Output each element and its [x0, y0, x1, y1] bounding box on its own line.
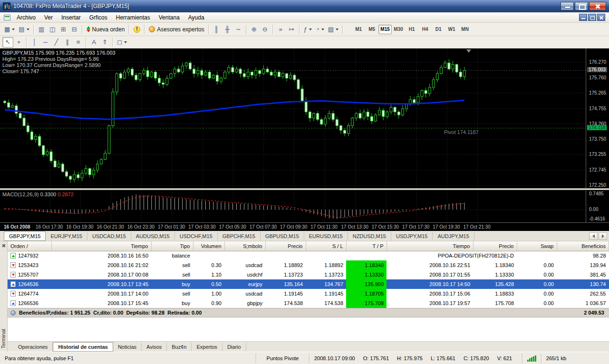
chart-tab-usdchf-m15[interactable]: USDCHF,M15	[175, 232, 218, 240]
column-header-precio[interactable]: Precio	[473, 241, 517, 251]
candle-chart-button[interactable]: ╫	[222, 24, 233, 35]
minimize-button[interactable]	[561, 2, 574, 10]
chart-tab-usdcad-m15[interactable]: USDCAD,M15	[87, 232, 131, 240]
price-scale[interactable]: 176.270175.760175.265174.755174.260173.7…	[586, 48, 609, 188]
history-row[interactable]: 12645362008.10.17 13:45buy0.50eurjpy135.…	[8, 279, 609, 289]
templates-button[interactable]: ▧	[326, 24, 340, 35]
horizontal-line-button[interactable]: ─	[40, 37, 51, 48]
tabs-scroll-left-button[interactable]	[589, 232, 598, 240]
macd-scale[interactable]: 0.74850.00-0.4616	[586, 191, 609, 222]
new-order-button[interactable]: Nueva orden	[85, 24, 127, 35]
indicators-button[interactable]: ƒ	[302, 24, 314, 35]
arrows-button[interactable]: ⇑	[99, 37, 110, 48]
terminal-tab-buz-n[interactable]: Buz¢n	[167, 343, 192, 351]
bar-chart-button[interactable]: ║	[211, 24, 222, 35]
menu-insertar[interactable]: Insertar	[57, 13, 85, 22]
chart-tab-eurusd-m15[interactable]: EURUSD,M15	[304, 232, 348, 240]
volume-cell: 0.50	[193, 279, 224, 289]
line-chart-button[interactable]: ∼	[233, 24, 244, 35]
column-header-swap[interactable]: Swap	[517, 241, 557, 251]
history-row[interactable]: 12647742008.10.17 14:00sell1.00usdcad1.1…	[8, 289, 609, 298]
timeframe-m30-button[interactable]: M30	[392, 25, 405, 34]
shapes-button[interactable]: ◻	[115, 37, 129, 48]
market-watch-button[interactable]: ▥	[36, 24, 47, 35]
history-row[interactable]: 12665362008.10.17 15:45buy0.90gbpjpy174.…	[8, 298, 609, 308]
chart-tab-eurjpy-m15[interactable]: EURJPY,M15	[46, 232, 87, 240]
chart-tab-usdjpy-m15[interactable]: USDJPY,M15	[391, 232, 433, 240]
menu-ventana[interactable]: Ventana	[155, 13, 184, 22]
navigator-button[interactable]: ⊞	[58, 24, 69, 35]
terminal-tab-historial-de-cuentas[interactable]: Historial de cuentas	[53, 342, 113, 352]
timeframe-m15-button[interactable]: M15	[378, 25, 392, 34]
timeframe-d1-button[interactable]: D1	[432, 25, 445, 34]
equidistant-channel-button[interactable]: ∥	[62, 37, 73, 48]
maximize-button[interactable]	[575, 2, 588, 10]
cursor-button[interactable]: ↖	[2, 37, 13, 48]
timeframe-mn-button[interactable]: MN	[458, 25, 472, 34]
tabs-scroll-right-button[interactable]	[599, 232, 607, 240]
terminal-body: Orden /TiempoTipoVolumenS;mboloPrecioS /…	[8, 241, 609, 352]
chart-tab-gbpchf-m15[interactable]: GBPCHF,M15	[218, 232, 261, 240]
terminal-tab-operaciones[interactable]: Operaciones	[13, 343, 53, 351]
chart-tab-gbpjpy-m15[interactable]: GBPJPY,M15	[4, 231, 46, 241]
timeframe-h1-button[interactable]: H1	[405, 25, 418, 34]
terminal-tab-diario[interactable]: Diario	[222, 343, 246, 351]
column-header-t-p[interactable]: T / P	[346, 241, 387, 251]
chart-tab-audjpy-m15[interactable]: AUDJPY,M15	[433, 232, 474, 240]
vertical-line-button[interactable]: │	[29, 37, 40, 48]
periods-button[interactable]: ◔	[314, 24, 326, 35]
menu-archivo[interactable]: Archivo	[12, 13, 40, 22]
close-button[interactable]	[589, 2, 606, 10]
terminal-tab-avisos[interactable]: Avisos	[142, 343, 167, 351]
timeframe-h4-button[interactable]: H4	[418, 25, 432, 34]
history-row[interactable]: 12534232008.10.16 21:02sell0.30usdcad1.1…	[8, 260, 609, 270]
column-header-tipo[interactable]: Tipo	[151, 241, 193, 251]
terminal-tab-noticias[interactable]: Noticias	[113, 343, 142, 351]
menu-ayuda[interactable]: Ayuda	[184, 13, 209, 22]
new-chart-button[interactable]: ▦	[2, 24, 17, 35]
profiles-button[interactable]: ▤	[17, 24, 31, 35]
terminal-tab-expertos[interactable]: Expertos	[192, 343, 222, 351]
time-axis[interactable]: 16 Oct 200816 Oct 17:3016 Oct 19:3016 Oc…	[0, 222, 609, 231]
column-header-s-mbolo[interactable]: S;mbolo	[224, 241, 265, 251]
column-header-s-l[interactable]: S / L	[306, 241, 346, 251]
chart-tab-nzdusd-m15[interactable]: NZDUSD,M15	[348, 232, 391, 240]
expert-advisors-button[interactable]: Asesores expertos	[147, 24, 206, 35]
zoom-in-button[interactable]: ⊕	[249, 24, 260, 35]
column-header-volumen[interactable]: Volumen	[193, 241, 224, 251]
timeframe-w1-button[interactable]: W1	[445, 25, 458, 34]
trendline-button[interactable]: ╱	[51, 37, 62, 48]
terminal-toggle-button[interactable]: ⊟	[69, 24, 80, 35]
menu-herramientas[interactable]: Herramientas	[112, 13, 155, 22]
chart-shift-button[interactable]: ↦	[286, 24, 297, 35]
text-label-button[interactable]: A	[88, 37, 99, 48]
zoom-out-button[interactable]: ⊖	[260, 24, 271, 35]
column-header-tiempo[interactable]: Tiempo	[51, 241, 151, 251]
menu-grficos[interactable]: Grficos	[85, 13, 112, 22]
price-pane[interactable]: GBPJPY,M15 175.909 176.235 175.693 176.0…	[0, 48, 586, 188]
toolbar-separator	[342, 25, 343, 34]
chart-tab-gbpusd-m15[interactable]: GBPUSD,M15	[261, 232, 304, 240]
timeframe-m1-button[interactable]: M1	[352, 25, 365, 34]
metaeditor-button[interactable]: !	[131, 24, 142, 35]
timeframe-m5-button[interactable]: M5	[365, 25, 378, 34]
history-row[interactable]: 12479322008.10.16 16:50balancePPOA-DEPOS…	[8, 251, 609, 260]
mdi-restore-button[interactable]	[588, 14, 596, 21]
terminal-close-button[interactable]	[1, 243, 6, 248]
chart-tab-audusd-m15[interactable]: AUDUSD,M15	[131, 232, 175, 240]
history-row[interactable]: 12557072008.10.17 00:08sell1.10usdchf1.1…	[8, 270, 609, 279]
column-header-beneficios[interactable]: Beneficios	[557, 241, 609, 251]
data-window-button[interactable]: ◫	[47, 24, 58, 35]
mdi-minimize-button[interactable]	[579, 14, 587, 21]
column-header-tiempo[interactable]: Tiempo	[387, 241, 473, 251]
macd-pane[interactable]: MACD(12,26,9) 0.3300 0.2872	[0, 191, 586, 222]
pane-divider[interactable]	[0, 188, 609, 190]
auto-scroll-button[interactable]: »	[275, 24, 286, 35]
mdi-close-button[interactable]	[597, 14, 605, 21]
crosshair-button[interactable]: +	[13, 37, 24, 48]
chart-area[interactable]: GBPJPY,M15 175.909 176.235 175.693 176.0…	[0, 48, 609, 231]
menu-ver[interactable]: Ver	[40, 13, 57, 22]
column-header-orden[interactable]: Orden /	[8, 241, 51, 251]
fibonacci-button[interactable]: ≡	[73, 37, 84, 48]
column-header-precio[interactable]: Precio	[265, 241, 306, 251]
